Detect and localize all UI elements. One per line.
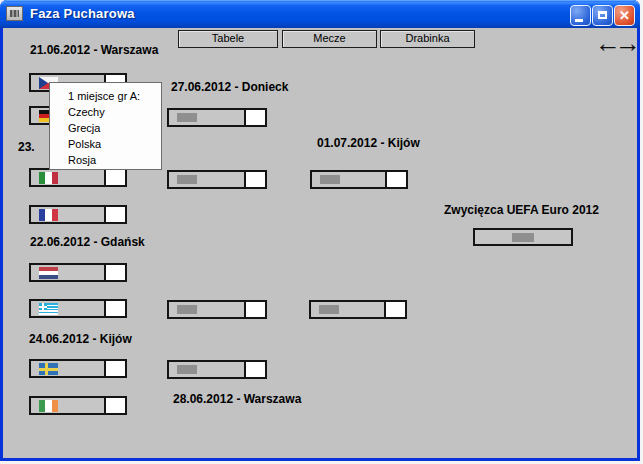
maximize-button[interactable]	[592, 5, 613, 26]
score-cell[interactable]	[104, 207, 125, 222]
tooltip-option: Rosja	[68, 152, 159, 168]
minimize-button[interactable]	[570, 5, 591, 26]
date-label-qf1: 21.06.2012 - Warszawa	[30, 43, 158, 57]
team-slot-italy[interactable]	[29, 168, 127, 187]
score-cell[interactable]	[104, 170, 125, 185]
date-label-qf2: 23.	[18, 140, 35, 154]
team-slot-ireland[interactable]	[29, 396, 127, 415]
semifinal-slot-2b[interactable]	[167, 360, 267, 379]
winner-label: Zwycięzca UEFA Euro 2012	[444, 203, 599, 217]
score-cell[interactable]	[104, 301, 125, 316]
winner-slot[interactable]	[473, 228, 573, 246]
team-placeholder	[177, 113, 197, 122]
flag-ireland-icon	[39, 400, 58, 412]
semifinal-slot-1a[interactable]	[167, 108, 267, 127]
window-title: Faza Pucharowa	[30, 0, 135, 28]
score-cell[interactable]	[385, 172, 406, 187]
tabele-button[interactable]: Tabele	[178, 30, 278, 48]
desktop: Faza Pucharowa ✕ Tabele Mecze Drabinka ←…	[0, 0, 643, 464]
team-placeholder	[320, 175, 340, 184]
team-slot-france[interactable]	[29, 205, 127, 224]
flag-italy-icon	[39, 172, 58, 184]
date-label-qf4: 24.06.2012 - Kijów	[29, 332, 132, 346]
score-cell[interactable]	[104, 265, 125, 280]
tooltip-option: Czechy	[68, 104, 159, 120]
maximize-icon	[598, 11, 607, 19]
semifinal-slot-1b[interactable]	[167, 170, 267, 189]
score-cell[interactable]	[244, 362, 265, 377]
team-placeholder	[177, 365, 197, 374]
score-cell[interactable]	[244, 172, 265, 187]
date-label-qf3: 22.06.2012 - Gdańsk	[30, 235, 145, 249]
date-label-sf1: 27.06.2012 - Donieck	[171, 80, 288, 94]
tooltip-group-a: 1 miejsce gr A: Czechy Grecja Polska Ros…	[49, 82, 162, 170]
team-slot-greece[interactable]	[29, 299, 127, 318]
date-label-final: 01.07.2012 - Kijów	[317, 136, 420, 150]
flag-greece-icon	[39, 303, 58, 315]
app-window: Faza Pucharowa ✕ Tabele Mecze Drabinka ←…	[0, 0, 640, 461]
tooltip-option: Grecja	[68, 120, 159, 136]
close-icon: ✕	[619, 8, 630, 23]
app-icon	[6, 6, 23, 21]
score-cell[interactable]	[244, 110, 265, 125]
close-button[interactable]: ✕	[614, 5, 635, 26]
final-slot-a[interactable]	[310, 170, 408, 189]
date-label-sf2: 28.06.2012 - Warszawa	[173, 392, 301, 406]
flag-netherlands-icon	[39, 267, 58, 279]
flag-sweden-icon	[39, 363, 58, 375]
score-cell[interactable]	[104, 398, 125, 413]
team-placeholder	[512, 233, 534, 242]
arrow-left-icon[interactable]: ←	[595, 31, 615, 55]
flag-france-icon	[39, 209, 58, 221]
team-placeholder	[319, 305, 339, 314]
score-cell[interactable]	[104, 361, 125, 376]
score-cell[interactable]	[384, 302, 405, 317]
team-slot-sweden[interactable]	[29, 359, 127, 378]
team-slot-netherlands[interactable]	[29, 263, 127, 282]
minimize-icon	[575, 19, 583, 22]
team-placeholder	[177, 305, 197, 314]
tooltip-option: Polska	[68, 136, 159, 152]
titlebar[interactable]: Faza Pucharowa ✕	[0, 0, 640, 28]
arrow-right-icon[interactable]: →	[615, 31, 635, 55]
score-cell[interactable]	[244, 302, 265, 317]
team-placeholder	[177, 175, 197, 184]
drabinka-button[interactable]: Drabinka	[380, 30, 475, 48]
tooltip-title: 1 miejsce gr A:	[68, 88, 159, 104]
mecze-button[interactable]: Mecze	[282, 30, 377, 48]
semifinal-slot-2a[interactable]	[167, 300, 267, 319]
final-slot-b[interactable]	[309, 300, 407, 319]
